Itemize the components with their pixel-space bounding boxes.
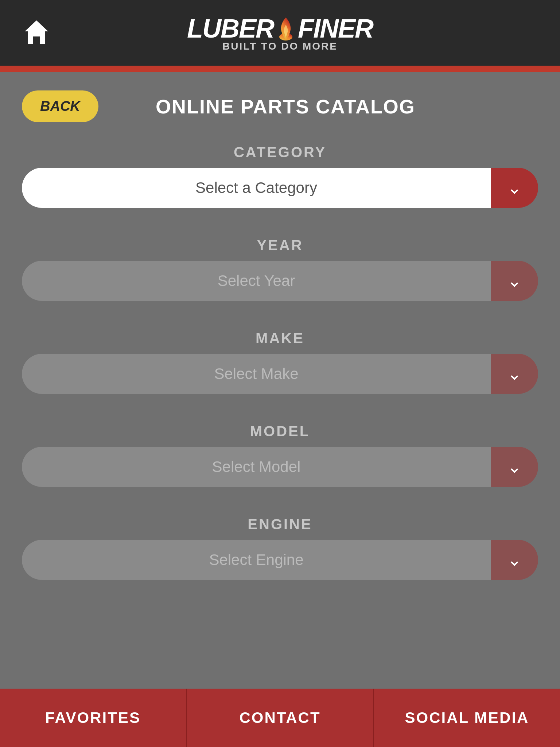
chevron-down-icon: ⌄ — [507, 179, 522, 197]
header-divider — [0, 66, 560, 72]
year-section: YEAR Select Year ⌄ — [22, 237, 538, 319]
page-title: ONLINE PARTS CATALOG — [98, 95, 538, 118]
app-header: LUBER FINER BUILT TO DO MORE — [0, 0, 560, 66]
make-label: MAKE — [22, 330, 538, 347]
engine-section: ENGINE Select Engine ⌄ — [22, 516, 538, 598]
chevron-down-icon: ⌄ — [507, 272, 522, 290]
svg-rect-2 — [34, 38, 39, 44]
make-text-area[interactable]: Select Make — [22, 354, 491, 394]
year-placeholder: Select Year — [218, 272, 295, 290]
category-arrow[interactable]: ⌄ — [491, 168, 538, 208]
model-section: MODEL Select Model ⌄ — [22, 423, 538, 505]
social-media-button[interactable]: SOCIAL MEDIA — [374, 689, 560, 747]
engine-dropdown[interactable]: Select Engine ⌄ — [22, 540, 538, 580]
category-placeholder: Select a Category — [195, 179, 317, 197]
make-arrow[interactable]: ⌄ — [491, 354, 538, 394]
logo-text-right: FINER — [298, 13, 373, 43]
category-dropdown[interactable]: Select a Category ⌄ — [22, 168, 538, 208]
model-arrow[interactable]: ⌄ — [491, 447, 538, 487]
year-dropdown[interactable]: Select Year ⌄ — [22, 261, 538, 301]
back-button[interactable]: BACK — [22, 90, 98, 122]
chevron-down-icon: ⌄ — [507, 551, 522, 569]
flame-icon — [277, 16, 295, 41]
category-label: CATEGORY — [22, 144, 538, 160]
make-dropdown[interactable]: Select Make ⌄ — [22, 354, 538, 394]
chevron-down-icon: ⌄ — [507, 458, 522, 476]
model-placeholder: Select Model — [212, 458, 301, 476]
favorites-button[interactable]: FAVORITES — [0, 689, 187, 747]
chevron-down-icon: ⌄ — [507, 365, 522, 383]
engine-arrow[interactable]: ⌄ — [491, 540, 538, 580]
make-section: MAKE Select Make ⌄ — [22, 330, 538, 412]
year-arrow[interactable]: ⌄ — [491, 261, 538, 301]
year-text-area[interactable]: Select Year — [22, 261, 491, 301]
contact-button[interactable]: CONTACT — [187, 689, 374, 747]
engine-placeholder: Select Engine — [209, 551, 303, 569]
engine-text-area[interactable]: Select Engine — [22, 540, 491, 580]
engine-label: ENGINE — [22, 516, 538, 533]
logo-tagline: BUILT TO DO MORE — [222, 40, 338, 52]
model-text-area[interactable]: Select Model — [22, 447, 491, 487]
model-dropdown[interactable]: Select Model ⌄ — [22, 447, 538, 487]
category-text-area[interactable]: Select a Category — [22, 168, 491, 208]
category-section: CATEGORY Select a Category ⌄ — [22, 144, 538, 226]
main-content: BACK ONLINE PARTS CATALOG CATEGORY Selec… — [0, 72, 560, 689]
make-placeholder: Select Make — [214, 365, 298, 383]
year-label: YEAR — [22, 237, 538, 253]
home-button[interactable] — [22, 18, 51, 48]
logo-text-left: LUBER — [187, 13, 274, 43]
brand-logo: LUBER FINER BUILT TO DO MORE — [187, 13, 373, 52]
top-bar: BACK ONLINE PARTS CATALOG — [22, 90, 538, 122]
model-label: MODEL — [22, 423, 538, 440]
footer: FAVORITES CONTACT SOCIAL MEDIA — [0, 689, 560, 747]
